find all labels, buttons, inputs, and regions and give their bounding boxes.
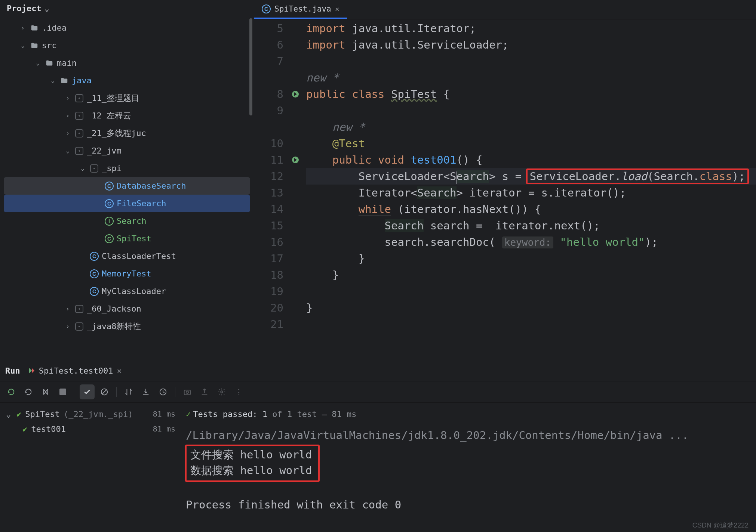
test-tree[interactable]: ⌄ ✔ SpiTest (_22_jvm._spi) 81 ms ✔ test0…: [0, 403, 181, 532]
line-number: 15: [254, 217, 283, 234]
run-tab[interactable]: SpiTest.test001 ×: [28, 366, 122, 375]
rerun-failed-icon[interactable]: [21, 384, 36, 399]
editor-tab-bar[interactable]: C SpiTest.java ×: [254, 0, 756, 19]
close-icon[interactable]: ×: [117, 366, 122, 375]
tree-item[interactable]: ›_21_多线程juc: [4, 124, 250, 142]
show-ignored-icon[interactable]: [97, 384, 112, 399]
tree-item[interactable]: CSpiTest: [4, 230, 250, 247]
line-number: 12: [254, 168, 283, 185]
tree-item[interactable]: CClassLoaderTest: [4, 247, 250, 265]
output-highlight-box: 文件搜索 hello world 数据搜索 hello world: [185, 445, 320, 482]
history-icon[interactable]: [156, 384, 170, 399]
gutter-mark[interactable]: [288, 53, 303, 69]
exit-line: Process finished with exit code 0: [186, 497, 756, 513]
inlay-hint: keyword:: [502, 236, 553, 248]
gutter-mark[interactable]: [288, 37, 303, 53]
line-number: 14: [254, 201, 283, 217]
tree-item[interactable]: CMemoryTest: [4, 265, 250, 282]
editor-panel: C SpiTest.java × 56789101112131415161718…: [254, 0, 756, 360]
editor-tab[interactable]: C SpiTest.java ×: [254, 0, 347, 19]
run-label: Run: [5, 366, 20, 375]
jdk-command-line: /Library/Java/JavaVirtualMachines/jdk1.8…: [186, 427, 756, 443]
test-class-name: SpiTest: [25, 409, 60, 419]
tree-item[interactable]: ISearch: [4, 212, 250, 230]
tree-label: _spi: [102, 164, 122, 173]
gutter-mark[interactable]: [288, 152, 303, 168]
gutter-mark[interactable]: [288, 86, 303, 102]
gutter-mark[interactable]: [288, 185, 303, 201]
more-icon[interactable]: ⋮: [231, 384, 246, 399]
gutter-mark[interactable]: [288, 168, 303, 185]
run-gutter-icon[interactable]: [292, 91, 299, 98]
gutter-mark[interactable]: [288, 20, 303, 37]
project-header[interactable]: Project ⌄: [0, 0, 254, 18]
tree-item[interactable]: ›_60_Jackson: [4, 300, 250, 318]
svg-marker-2: [8, 391, 10, 393]
rerun-icon[interactable]: [4, 384, 19, 399]
tree-item[interactable]: ›_11_整理题目: [4, 89, 250, 107]
tree-label: _java8新特性: [87, 321, 141, 332]
class-icon: C: [262, 4, 271, 13]
test-time: 81 ms: [153, 409, 175, 418]
project-tree[interactable]: ›.idea⌄src⌄main⌄java›_11_整理题目›_12_左程云›_2…: [0, 18, 254, 360]
folder-icon: [60, 76, 69, 85]
tree-item[interactable]: CMyClassLoader: [4, 282, 250, 300]
gutter-mark[interactable]: [288, 250, 303, 267]
folder-icon: [45, 59, 54, 68]
pass-icon: ✓: [186, 409, 191, 419]
editor-body[interactable]: 56789101112131415161718192021 import jav…: [254, 19, 756, 360]
close-icon[interactable]: ×: [335, 4, 339, 13]
gutter-mark[interactable]: [288, 316, 303, 332]
package-icon: [90, 164, 99, 173]
tree-item[interactable]: ›_12_左程云: [4, 107, 250, 124]
tree-item[interactable]: CDatabaseSearch: [4, 177, 250, 195]
gear-icon[interactable]: [214, 384, 229, 399]
tree-caret-icon: ›: [64, 305, 72, 312]
screenshot-icon[interactable]: [180, 384, 195, 399]
tree-item[interactable]: ⌄_22_jvm: [4, 142, 250, 160]
toggle-auto-icon[interactable]: [38, 384, 53, 399]
scrollbar-thumb[interactable]: [249, 18, 252, 115]
tree-item[interactable]: ⌄java: [4, 72, 250, 89]
test-child-row[interactable]: ✔ test001 81 ms: [6, 421, 175, 436]
gutter-mark[interactable]: [288, 283, 303, 300]
code-area[interactable]: import java.util.Iterator; import java.u…: [303, 19, 756, 360]
gutter-mark[interactable]: [288, 267, 303, 283]
gutter-mark[interactable]: [288, 102, 303, 119]
stdout-line: 文件搜索 hello world: [190, 447, 312, 463]
gutter-mark[interactable]: [288, 201, 303, 217]
tree-item[interactable]: ⌄main: [4, 54, 250, 72]
package-icon: [75, 146, 84, 155]
gutter-mark[interactable]: [288, 135, 303, 152]
gutter-mark[interactable]: [288, 234, 303, 250]
tree-item[interactable]: CFileSearch: [4, 195, 250, 212]
show-passed-icon[interactable]: [80, 384, 95, 399]
class-icon: C: [105, 199, 114, 208]
tree-item[interactable]: ⌄_spi: [4, 160, 250, 177]
gutter-mark[interactable]: [288, 119, 303, 135]
gutter-mark[interactable]: [288, 69, 303, 86]
tree-item[interactable]: ›_java8新特性: [4, 318, 250, 335]
line-number: 16: [254, 234, 283, 250]
line-number: 9: [254, 102, 283, 119]
status-text: Tests passed: 1: [193, 409, 267, 419]
export-icon[interactable]: [197, 384, 212, 399]
run-gutter-icon[interactable]: [292, 157, 299, 163]
tree-caret-icon: ⌄: [34, 59, 42, 66]
gutter-mark[interactable]: [288, 217, 303, 234]
tree-caret-icon: ›: [64, 112, 72, 119]
test-root-row[interactable]: ⌄ ✔ SpiTest (_22_jvm._spi) 81 ms: [6, 406, 175, 421]
class-icon: C: [105, 234, 114, 243]
tree-item[interactable]: ⌄src: [4, 37, 250, 54]
svg-point-9: [186, 391, 188, 393]
import-icon[interactable]: [138, 384, 153, 399]
tree-item[interactable]: ›.idea: [4, 19, 250, 37]
test-method-name: test001: [31, 424, 66, 434]
stop-icon[interactable]: [55, 384, 70, 399]
console-output[interactable]: ✓ Tests passed: 1 of 1 test – 81 ms /Lib…: [181, 403, 756, 532]
sort-icon[interactable]: [121, 384, 136, 399]
gutter-mark[interactable]: [288, 300, 303, 316]
tree-label: java: [72, 76, 92, 85]
package-icon: [75, 304, 84, 313]
package-icon: [75, 94, 84, 103]
